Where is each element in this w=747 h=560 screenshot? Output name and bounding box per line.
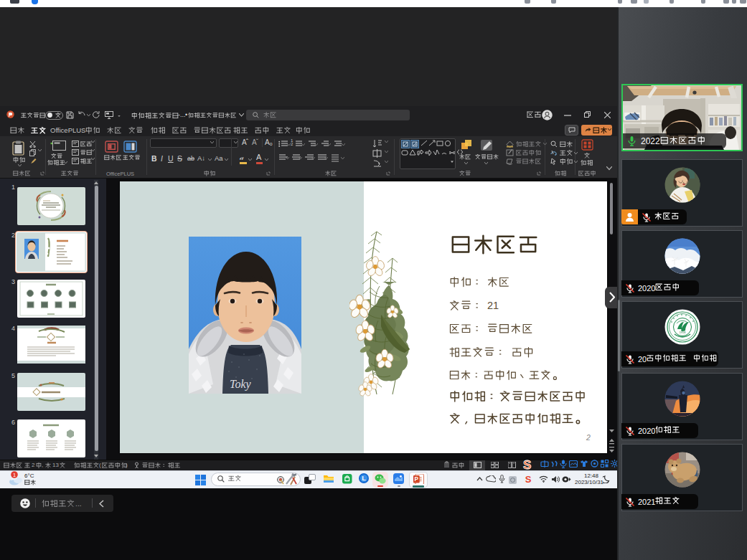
svg-text:L: L — [362, 475, 366, 482]
svg-text:1958: 1958 — [680, 331, 687, 334]
svg-text:1: 1 — [13, 472, 16, 478]
svg-text:S: S — [525, 474, 532, 484]
svg-text:Toky: Toky — [230, 378, 252, 391]
svg-text:S: S — [523, 458, 531, 471]
svg-text:P: P — [415, 476, 419, 483]
